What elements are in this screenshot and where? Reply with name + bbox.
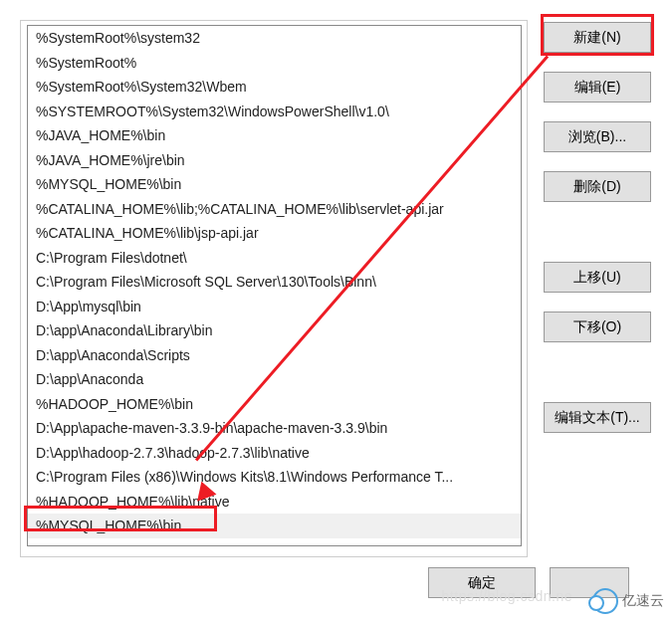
path-list-item[interactable]: D:\App\hadoop-2.7.3\hadoop-2.7.3\lib\nat… xyxy=(28,441,521,466)
path-list-item[interactable]: %SYSTEMROOT%\System32\WindowsPowerShell\… xyxy=(28,100,521,124)
move-up-button[interactable]: 上移(U) xyxy=(544,262,651,293)
path-list-item[interactable]: D:\app\Anaconda\Scripts xyxy=(28,343,521,368)
path-list-item[interactable]: %SystemRoot% xyxy=(28,51,521,76)
bottom-button-row: 确定 xyxy=(428,567,629,598)
button-column: 新建(N) 编辑(E) 浏览(B)... 删除(D) 上移(U) 下移(O) 编… xyxy=(544,22,653,452)
browse-button[interactable]: 浏览(B)... xyxy=(544,121,651,152)
path-list-item[interactable]: C:\Program Files (x86)\Windows Kits\8.1\… xyxy=(28,465,521,490)
new-button[interactable]: 新建(N) xyxy=(544,22,651,53)
path-list-item[interactable]: D:\app\Anaconda xyxy=(28,367,521,392)
cancel-button-partial[interactable] xyxy=(550,567,629,598)
path-list-item[interactable]: %JAVA_HOME%\bin xyxy=(28,123,521,148)
path-list-item[interactable]: D:\App\apache-maven-3.3.9-bin\apache-mav… xyxy=(28,416,521,441)
path-list-item[interactable]: %CATALINA_HOME%\lib;%CATALINA_HOME%\lib\… xyxy=(28,197,521,222)
move-down-button[interactable]: 下移(O) xyxy=(544,311,651,342)
path-editor-dialog: %SystemRoot%\system32%SystemRoot%%System… xyxy=(20,20,528,557)
path-list-item[interactable]: C:\Program Files\dotnet\ xyxy=(28,246,521,271)
delete-button[interactable]: 删除(D) xyxy=(544,171,651,202)
path-list-item[interactable]: C:\Program Files\Microsoft SQL Server\13… xyxy=(28,270,521,295)
path-list-item[interactable]: %MYSQL_HOME%\bin xyxy=(28,172,521,197)
path-list-item[interactable]: %SystemRoot%\system32 xyxy=(28,26,521,51)
edit-text-button[interactable]: 编辑文本(T)... xyxy=(544,402,651,433)
edit-button[interactable]: 编辑(E) xyxy=(544,72,651,103)
path-list-item[interactable]: %CATALINA_HOME%\lib\jsp-api.jar xyxy=(28,221,521,246)
path-list-item[interactable]: D:\app\Anaconda\Library\bin xyxy=(28,318,521,343)
path-list-item[interactable]: %HADOOP_HOME%\bin xyxy=(28,392,521,417)
path-list-item[interactable]: %MYSQL_HOME%\bin xyxy=(28,514,521,538)
path-list-item[interactable]: D:\App\mysql\bin xyxy=(28,295,521,319)
ok-button[interactable]: 确定 xyxy=(428,567,536,598)
path-list-item[interactable]: %JAVA_HOME%\jre\bin xyxy=(28,148,521,173)
path-list-item[interactable]: %SystemRoot%\System32\Wbem xyxy=(28,75,521,100)
path-list-item[interactable]: %HADOOP_HOME%\lib\native xyxy=(28,490,521,515)
path-list[interactable]: %SystemRoot%\system32%SystemRoot%%System… xyxy=(27,25,522,546)
